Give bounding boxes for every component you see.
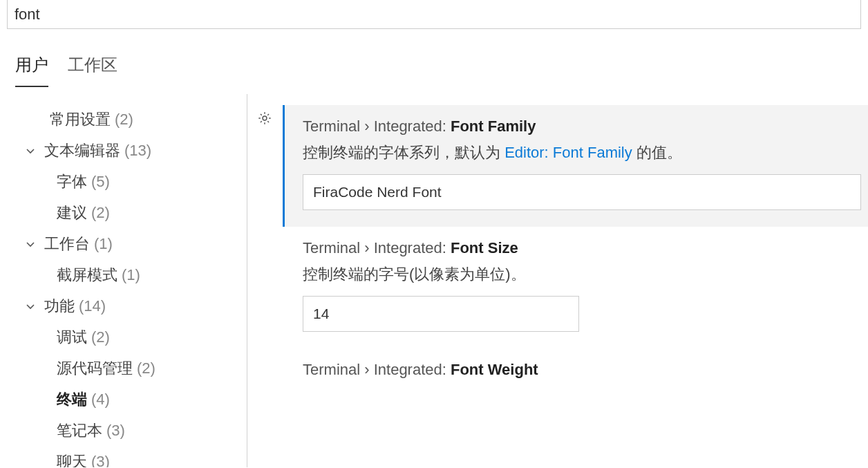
toc-notebook[interactable]: 笔记本 (3) xyxy=(0,415,247,446)
setting-terminal-font-weight: Terminal › Integrated: Font Weight xyxy=(285,348,868,402)
toc-features[interactable]: 功能 (14) xyxy=(0,290,247,321)
toc-terminal[interactable]: 终端 (4) xyxy=(0,384,247,415)
setting-terminal-font-family: Terminal › Integrated: Font Family 控制终端的… xyxy=(283,105,868,227)
settings-content: Terminal › Integrated: Font Family 控制终端的… xyxy=(247,94,868,467)
setting-title: Terminal › Integrated: Font Size xyxy=(303,239,861,257)
toc-workbench[interactable]: 工作台 (1) xyxy=(0,228,247,259)
editor-font-family-link[interactable]: Editor: Font Family xyxy=(504,144,632,161)
toc-debug[interactable]: 调试 (2) xyxy=(0,321,247,353)
chevron-down-icon xyxy=(23,144,37,158)
toc-screencast[interactable]: 截屏模式 (1) xyxy=(0,259,247,290)
terminal-font-size-input[interactable] xyxy=(303,296,579,332)
setting-description: 控制终端的字体系列，默认为 Editor: Font Family 的值。 xyxy=(303,142,861,163)
toc-text-editor[interactable]: 文本编辑器 (13) xyxy=(0,135,247,166)
chevron-down-icon xyxy=(23,237,37,251)
tab-user[interactable]: 用户 xyxy=(15,48,48,87)
terminal-font-family-input[interactable] xyxy=(303,174,861,210)
chevron-down-icon xyxy=(23,299,37,313)
setting-description: 控制终端的字号(以像素为单位)。 xyxy=(303,264,861,285)
setting-title: Terminal › Integrated: Font Weight xyxy=(303,361,861,379)
toc-font[interactable]: 字体 (5) xyxy=(0,166,247,197)
settings-scope-tabs: 用户 工作区 xyxy=(0,29,868,87)
toc-suggest[interactable]: 建议 (2) xyxy=(0,197,247,228)
gear-icon[interactable] xyxy=(257,111,275,129)
setting-title: Terminal › Integrated: Font Family xyxy=(303,118,861,135)
settings-toc: 常用设置 (2) 文本编辑器 (13) 字体 (5) 建议 (2) 工作台 (1… xyxy=(0,94,247,467)
toc-common[interactable]: 常用设置 (2) xyxy=(0,104,247,135)
setting-terminal-font-size: Terminal › Integrated: Font Size 控制终端的字号… xyxy=(285,227,868,348)
svg-point-0 xyxy=(263,116,267,120)
settings-search-input[interactable] xyxy=(7,0,861,29)
toc-scm[interactable]: 源代码管理 (2) xyxy=(0,353,247,384)
toc-chat[interactable]: 聊天 (3) xyxy=(0,446,247,467)
tab-workspace[interactable]: 工作区 xyxy=(68,48,117,87)
